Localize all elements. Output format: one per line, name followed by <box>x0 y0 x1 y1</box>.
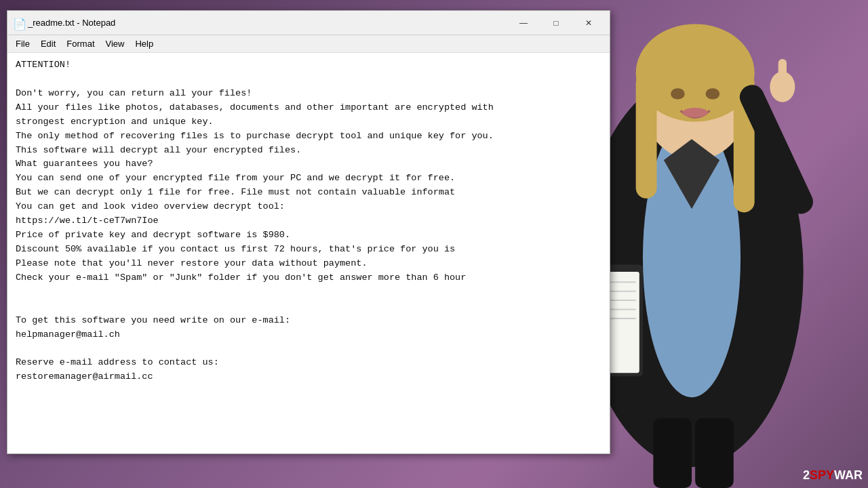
svg-rect-4 <box>636 73 657 199</box>
menu-bar: File Edit Format View Help <box>7 35 610 53</box>
window-controls: — □ ✕ <box>508 14 604 33</box>
svg-rect-20 <box>653 418 692 488</box>
window-title: _readme.txt - Notepad <box>28 18 508 28</box>
svg-rect-21 <box>695 418 734 488</box>
title-bar: 📄 _readme.txt - Notepad — □ ✕ <box>7 11 610 35</box>
menu-format[interactable]: Format <box>61 37 100 50</box>
menu-file[interactable]: File <box>10 37 35 50</box>
svg-point-7 <box>706 88 720 99</box>
notepad-icon: 📄 <box>13 18 24 28</box>
notepad-window: 📄 _readme.txt - Notepad — □ ✕ File Edit … <box>7 10 610 454</box>
menu-view[interactable]: View <box>100 37 130 50</box>
menu-edit[interactable]: Edit <box>35 37 61 50</box>
watermark-2: 2 <box>803 468 810 482</box>
svg-point-8 <box>683 108 708 117</box>
minimize-button[interactable]: — <box>508 14 539 33</box>
svg-rect-11 <box>778 59 787 94</box>
notepad-text-area[interactable]: ATTENTION! Don't worry, you can return a… <box>7 53 610 453</box>
close-button[interactable]: ✕ <box>573 14 604 33</box>
watermark-war: WAR <box>834 468 863 482</box>
svg-point-6 <box>671 88 685 99</box>
watermark: 2SPYWAR <box>803 468 863 483</box>
watermark-spy: SPY <box>810 468 834 482</box>
maximize-button[interactable]: □ <box>540 14 572 33</box>
menu-help[interactable]: Help <box>130 37 159 50</box>
